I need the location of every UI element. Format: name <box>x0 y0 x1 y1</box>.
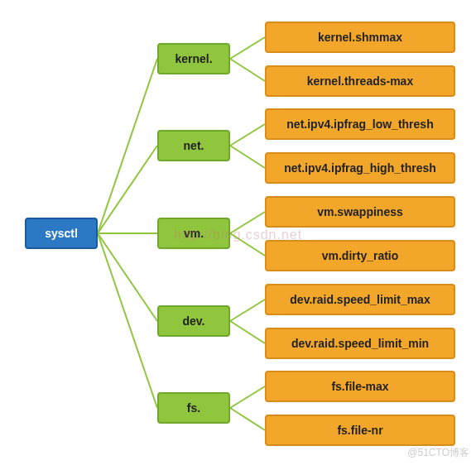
svg-line-6 <box>230 59 265 81</box>
svg-line-8 <box>230 146 265 168</box>
svg-line-10 <box>230 233 265 256</box>
svg-line-11 <box>230 300 265 321</box>
category-label: vm. <box>184 227 204 240</box>
leaf-node: kernel.threads-max <box>265 65 455 97</box>
category-node-net: net. <box>157 130 230 161</box>
leaf-label: fs.file-nr <box>337 424 382 437</box>
category-node-fs: fs. <box>157 392 230 424</box>
svg-line-7 <box>230 124 265 146</box>
leaf-label: fs.file-max <box>331 380 388 393</box>
category-node-vm: vm. <box>157 218 230 249</box>
category-label: kernel. <box>175 52 212 65</box>
leaf-node: kernel.shmmax <box>265 22 455 53</box>
root-label: sysctl <box>45 227 78 240</box>
svg-line-13 <box>230 386 265 408</box>
leaf-node: vm.dirty_ratio <box>265 240 455 271</box>
leaf-node: fs.file-nr <box>265 415 455 446</box>
leaf-node: fs.file-max <box>265 371 455 402</box>
category-label: fs. <box>187 401 200 415</box>
leaf-label: dev.raid.speed_limit_min <box>291 337 429 350</box>
category-node-dev: dev. <box>157 305 230 337</box>
svg-line-12 <box>230 321 265 343</box>
leaf-label: dev.raid.speed_limit_max <box>290 293 430 306</box>
leaf-node: dev.raid.speed_limit_max <box>265 284 455 315</box>
category-label: net. <box>184 139 204 152</box>
svg-line-1 <box>98 146 157 233</box>
svg-line-5 <box>230 37 265 59</box>
leaf-label: net.ipv4.ipfrag_low_thresh <box>286 117 433 131</box>
category-label: dev. <box>183 314 205 328</box>
category-node-kernel: kernel. <box>157 43 230 74</box>
leaf-node: dev.raid.speed_limit_min <box>265 328 455 359</box>
svg-line-9 <box>230 212 265 233</box>
leaf-node: net.ipv4.ipfrag_high_thresh <box>265 152 455 184</box>
leaf-label: vm.dirty_ratio <box>322 249 399 262</box>
watermark-bottom-right: @51CTO博客 <box>407 446 469 460</box>
root-node-sysctl: sysctl <box>25 218 98 249</box>
svg-line-0 <box>98 59 157 233</box>
leaf-label: kernel.shmmax <box>318 31 402 44</box>
leaf-label: net.ipv4.ipfrag_high_thresh <box>284 161 436 175</box>
leaf-label: vm.swappiness <box>317 205 403 218</box>
svg-line-14 <box>230 408 265 430</box>
leaf-node: vm.swappiness <box>265 196 455 228</box>
leaf-node: net.ipv4.ipfrag_low_thresh <box>265 108 455 140</box>
svg-line-4 <box>98 233 157 408</box>
tree-diagram: sysctl kernel. net. vm. dev. fs. kernel.… <box>0 0 476 465</box>
svg-line-3 <box>98 233 157 321</box>
leaf-label: kernel.threads-max <box>307 74 413 88</box>
